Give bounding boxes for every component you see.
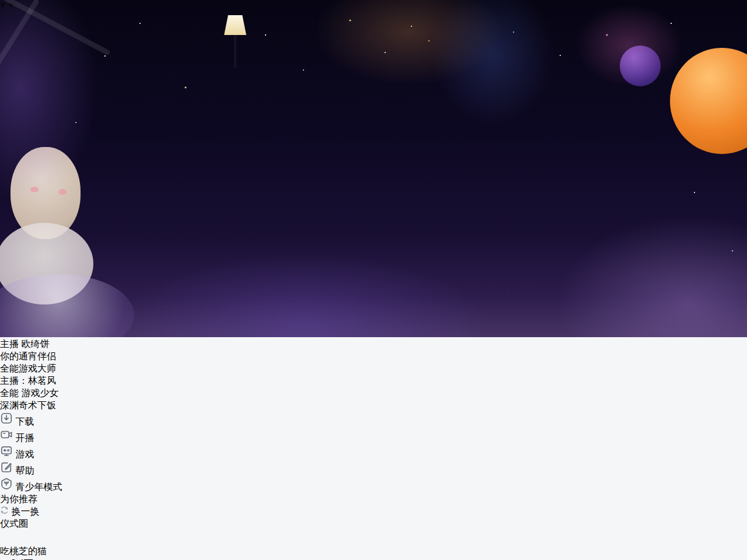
plush-cheek-decoration (58, 189, 67, 195)
banner-night-companion-selected[interactable]: 你的通宵伴侣 全能游戏大师 主播：林茗风 (0, 351, 747, 387)
stream-thumbnail[interactable]: 仪式圈 吃桃芝的猫 9.4万 (0, 518, 747, 560)
refresh-button[interactable]: 换一换 (0, 506, 747, 518)
streamer-caption: 主播 欧绮饼 (0, 338, 747, 351)
snow-decoration (0, 274, 134, 337)
camera-icon (0, 428, 13, 441)
plush-doll-decoration (0, 223, 93, 304)
side-toolbar: 下载 开播 游戏 帮助 (0, 412, 747, 494)
viewer-count: 9.4万 (0, 558, 747, 560)
stream-card[interactable]: 仪式圈 吃桃芝的猫 9.4万 (0, 518, 747, 560)
plush-cheek-decoration (30, 187, 39, 192)
banner-game-girl[interactable]: 全能 游戏少女 深渊奇术下饭 (0, 387, 747, 412)
feedback-pencil-icon (0, 461, 13, 474)
streamer-name: 吃桃芝的猫 (0, 546, 47, 556)
anime-girl-decoration (670, 48, 747, 154)
lamp-post-decoration (234, 34, 236, 68)
streamer-caption: 主播：林茗风 (0, 375, 747, 387)
game-menu-panel: 仪式圈 (0, 518, 747, 530)
hero-background: ♥ ♥ (0, 0, 747, 337)
ice-crystal-decoration (0, 0, 111, 56)
recommend-section: 为你推荐 换一换 仪式圈 (0, 494, 747, 560)
teen-mode-button[interactable]: 青少年模式 (0, 477, 747, 494)
download-button[interactable]: 下载 (0, 412, 747, 428)
hot-flame-icon (0, 558, 8, 560)
games-button[interactable]: 游戏 (0, 444, 747, 461)
recommend-grid: 仪式圈 吃桃芝的猫 9.4万 (0, 518, 747, 560)
heart-earring-decoration: ♥ (8, 0, 14, 10)
ice-crystal-decoration (0, 0, 40, 75)
start-streaming-button[interactable]: 开播 (0, 428, 747, 444)
game-monitor-icon (0, 444, 13, 457)
section-title: 为你推荐 (0, 494, 747, 506)
teen-mode-sprout-icon (0, 477, 13, 490)
download-icon (0, 412, 13, 425)
refresh-icon (0, 506, 9, 514)
plush-doll-decoration (11, 147, 81, 239)
heart-earring-decoration: ♥ (0, 0, 6, 10)
lamp-decoration (224, 15, 246, 35)
help-button[interactable]: 帮助 (0, 461, 747, 477)
moon-decoration (620, 46, 661, 86)
douyu-homepage: ♥ ♥ 斗鱼 DOUYU 首页 直播 分类 赛事 视频 游戏 鱼吧 (0, 0, 747, 560)
